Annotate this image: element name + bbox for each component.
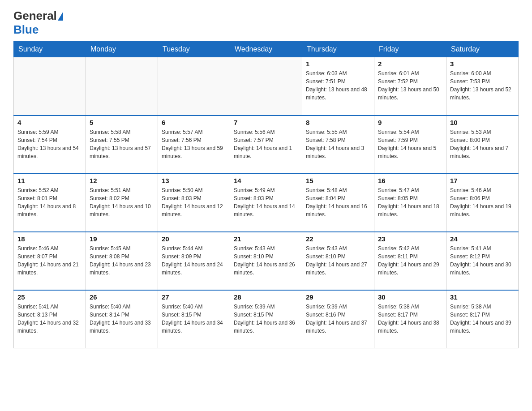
day-number: 28 bbox=[234, 293, 298, 301]
day-number: 16 bbox=[378, 177, 442, 184]
day-number: 29 bbox=[306, 293, 370, 301]
calendar-cell: 29Sunrise: 5:39 AM Sunset: 8:16 PM Dayli… bbox=[302, 290, 374, 348]
day-number: 7 bbox=[234, 119, 298, 126]
calendar-cell: 12Sunrise: 5:51 AM Sunset: 8:02 PM Dayli… bbox=[86, 174, 158, 232]
day-number: 10 bbox=[450, 119, 515, 126]
day-number: 25 bbox=[17, 293, 82, 301]
day-header-tuesday: Tuesday bbox=[158, 42, 230, 57]
calendar-cell bbox=[14, 57, 86, 116]
day-info: Sunrise: 5:45 AM Sunset: 8:08 PM Dayligh… bbox=[90, 244, 154, 277]
calendar-cell: 5Sunrise: 5:58 AM Sunset: 7:55 PM Daylig… bbox=[86, 116, 158, 174]
calendar-cell: 7Sunrise: 5:56 AM Sunset: 7:57 PM Daylig… bbox=[230, 116, 302, 174]
calendar-cell: 16Sunrise: 5:47 AM Sunset: 8:05 PM Dayli… bbox=[374, 174, 446, 232]
calendar-cell: 14Sunrise: 5:49 AM Sunset: 8:03 PM Dayli… bbox=[230, 174, 302, 232]
calendar-cell: 31Sunrise: 5:38 AM Sunset: 8:17 PM Dayli… bbox=[446, 290, 519, 348]
day-info: Sunrise: 5:43 AM Sunset: 8:10 PM Dayligh… bbox=[234, 244, 298, 277]
day-info: Sunrise: 5:39 AM Sunset: 8:16 PM Dayligh… bbox=[306, 303, 370, 335]
day-info: Sunrise: 5:38 AM Sunset: 8:17 PM Dayligh… bbox=[450, 303, 515, 335]
calendar-cell: 20Sunrise: 5:44 AM Sunset: 8:09 PM Dayli… bbox=[158, 232, 230, 290]
day-info: Sunrise: 6:01 AM Sunset: 7:52 PM Dayligh… bbox=[378, 69, 442, 102]
calendar-cell: 6Sunrise: 5:57 AM Sunset: 7:56 PM Daylig… bbox=[158, 116, 230, 174]
day-info: Sunrise: 5:50 AM Sunset: 8:03 PM Dayligh… bbox=[162, 186, 226, 218]
calendar-cell: 3Sunrise: 6:00 AM Sunset: 7:53 PM Daylig… bbox=[446, 57, 519, 116]
calendar-cell: 26Sunrise: 5:40 AM Sunset: 8:14 PM Dayli… bbox=[86, 290, 158, 348]
day-info: Sunrise: 5:44 AM Sunset: 8:09 PM Dayligh… bbox=[162, 244, 226, 277]
day-info: Sunrise: 5:53 AM Sunset: 8:00 PM Dayligh… bbox=[450, 128, 515, 160]
calendar-cell bbox=[230, 57, 302, 116]
day-number: 20 bbox=[162, 235, 226, 243]
day-header-sunday: Sunday bbox=[14, 42, 86, 57]
day-header-wednesday: Wednesday bbox=[230, 42, 302, 57]
calendar-cell: 1Sunrise: 6:03 AM Sunset: 7:51 PM Daylig… bbox=[302, 57, 374, 116]
day-number: 4 bbox=[17, 119, 82, 126]
day-number: 8 bbox=[306, 119, 370, 126]
calendar-cell: 21Sunrise: 5:43 AM Sunset: 8:10 PM Dayli… bbox=[230, 232, 302, 290]
day-header-friday: Friday bbox=[374, 42, 446, 57]
day-number: 21 bbox=[234, 235, 298, 243]
day-number: 11 bbox=[17, 177, 82, 184]
calendar-cell bbox=[158, 57, 230, 116]
day-number: 13 bbox=[162, 177, 226, 184]
day-number: 1 bbox=[306, 60, 370, 68]
calendar-week-row: 4Sunrise: 5:59 AM Sunset: 7:54 PM Daylig… bbox=[14, 116, 519, 174]
calendar-cell: 15Sunrise: 5:48 AM Sunset: 8:04 PM Dayli… bbox=[302, 174, 374, 232]
calendar-cell: 28Sunrise: 5:39 AM Sunset: 8:15 PM Dayli… bbox=[230, 290, 302, 348]
day-number: 27 bbox=[162, 293, 226, 301]
calendar-cell: 17Sunrise: 5:46 AM Sunset: 8:06 PM Dayli… bbox=[446, 174, 519, 232]
day-info: Sunrise: 5:46 AM Sunset: 8:07 PM Dayligh… bbox=[17, 244, 82, 277]
day-number: 9 bbox=[378, 119, 442, 126]
day-info: Sunrise: 6:03 AM Sunset: 7:51 PM Dayligh… bbox=[306, 69, 370, 102]
day-info: Sunrise: 5:43 AM Sunset: 8:10 PM Dayligh… bbox=[306, 244, 370, 277]
calendar-cell: 2Sunrise: 6:01 AM Sunset: 7:52 PM Daylig… bbox=[374, 57, 446, 116]
day-info: Sunrise: 5:52 AM Sunset: 8:01 PM Dayligh… bbox=[17, 186, 82, 218]
day-number: 23 bbox=[378, 235, 442, 243]
day-info: Sunrise: 6:00 AM Sunset: 7:53 PM Dayligh… bbox=[450, 69, 515, 102]
day-number: 15 bbox=[306, 177, 370, 184]
day-info: Sunrise: 5:47 AM Sunset: 8:05 PM Dayligh… bbox=[378, 186, 442, 218]
calendar-week-row: 1Sunrise: 6:03 AM Sunset: 7:51 PM Daylig… bbox=[14, 57, 519, 116]
day-info: Sunrise: 5:56 AM Sunset: 7:57 PM Dayligh… bbox=[234, 128, 298, 160]
calendar-cell: 27Sunrise: 5:40 AM Sunset: 8:15 PM Dayli… bbox=[158, 290, 230, 348]
calendar-cell: 24Sunrise: 5:41 AM Sunset: 8:12 PM Dayli… bbox=[446, 232, 519, 290]
day-info: Sunrise: 5:51 AM Sunset: 8:02 PM Dayligh… bbox=[90, 186, 154, 218]
day-info: Sunrise: 5:40 AM Sunset: 8:14 PM Dayligh… bbox=[90, 303, 154, 335]
day-number: 5 bbox=[90, 119, 154, 126]
calendar-cell: 18Sunrise: 5:46 AM Sunset: 8:07 PM Dayli… bbox=[14, 232, 86, 290]
day-number: 17 bbox=[450, 177, 515, 184]
logo-triangle-icon bbox=[58, 12, 63, 21]
day-info: Sunrise: 5:48 AM Sunset: 8:04 PM Dayligh… bbox=[306, 186, 370, 218]
calendar-cell: 30Sunrise: 5:38 AM Sunset: 8:17 PM Dayli… bbox=[374, 290, 446, 348]
day-number: 12 bbox=[90, 177, 154, 184]
logo-blue-text: Blue bbox=[13, 23, 39, 37]
day-number: 18 bbox=[17, 235, 82, 243]
day-info: Sunrise: 5:49 AM Sunset: 8:03 PM Dayligh… bbox=[234, 186, 298, 218]
day-header-thursday: Thursday bbox=[302, 42, 374, 57]
day-number: 22 bbox=[306, 235, 370, 243]
calendar-week-row: 25Sunrise: 5:41 AM Sunset: 8:13 PM Dayli… bbox=[14, 290, 519, 348]
day-number: 30 bbox=[378, 293, 442, 301]
day-info: Sunrise: 5:55 AM Sunset: 7:58 PM Dayligh… bbox=[306, 128, 370, 160]
day-info: Sunrise: 5:59 AM Sunset: 7:54 PM Dayligh… bbox=[17, 128, 82, 160]
calendar-header-row: SundayMondayTuesdayWednesdayThursdayFrid… bbox=[14, 42, 519, 57]
calendar-table: SundayMondayTuesdayWednesdayThursdayFrid… bbox=[13, 41, 519, 348]
day-info: Sunrise: 5:54 AM Sunset: 7:59 PM Dayligh… bbox=[378, 128, 442, 160]
calendar-cell: 9Sunrise: 5:54 AM Sunset: 7:59 PM Daylig… bbox=[374, 116, 446, 174]
day-info: Sunrise: 5:46 AM Sunset: 8:06 PM Dayligh… bbox=[450, 186, 515, 218]
calendar-week-row: 18Sunrise: 5:46 AM Sunset: 8:07 PM Dayli… bbox=[14, 232, 519, 290]
day-number: 26 bbox=[90, 293, 154, 301]
day-number: 14 bbox=[234, 177, 298, 184]
day-info: Sunrise: 5:41 AM Sunset: 8:12 PM Dayligh… bbox=[450, 244, 515, 277]
day-info: Sunrise: 5:41 AM Sunset: 8:13 PM Dayligh… bbox=[17, 303, 82, 335]
calendar-cell: 4Sunrise: 5:59 AM Sunset: 7:54 PM Daylig… bbox=[14, 116, 86, 174]
calendar-cell: 23Sunrise: 5:42 AM Sunset: 8:11 PM Dayli… bbox=[374, 232, 446, 290]
logo: General Blue bbox=[13, 9, 64, 37]
calendar-cell bbox=[86, 57, 158, 116]
day-header-saturday: Saturday bbox=[446, 42, 519, 57]
logo-general-text: General bbox=[13, 9, 57, 23]
calendar-cell: 13Sunrise: 5:50 AM Sunset: 8:03 PM Dayli… bbox=[158, 174, 230, 232]
day-number: 3 bbox=[450, 60, 515, 68]
day-info: Sunrise: 5:39 AM Sunset: 8:15 PM Dayligh… bbox=[234, 303, 298, 335]
day-info: Sunrise: 5:40 AM Sunset: 8:15 PM Dayligh… bbox=[162, 303, 226, 335]
calendar-cell: 10Sunrise: 5:53 AM Sunset: 8:00 PM Dayli… bbox=[446, 116, 519, 174]
day-number: 31 bbox=[450, 293, 515, 301]
